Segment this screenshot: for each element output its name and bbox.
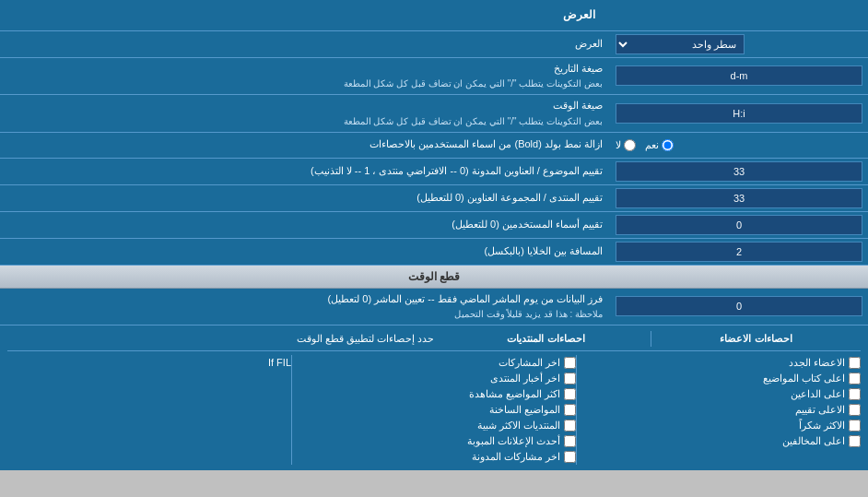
stat-most-similar-checkbox[interactable] <box>564 420 576 432</box>
topic-sort-input[interactable] <box>616 161 862 182</box>
stat-most-thanks-checkbox[interactable] <box>849 420 861 432</box>
if-fil-text: If FIL <box>268 357 291 368</box>
stats-limit-row: احصاءات الاعضاء احصاءات المنتديات حدد إح… <box>7 331 861 351</box>
topic-sort-label: تقييم الموضوع / العناوين المدونة (0 -- ا… <box>0 160 610 182</box>
stat-latest-classifieds-label: أحدث الإعلانات المبوبة <box>467 435 560 447</box>
page-title: العرض <box>7 4 603 27</box>
cell-spacing-input-cell <box>610 239 868 265</box>
time-cutoff-row: فرز البيانات من يوم الماشر الماضي فقط --… <box>0 289 868 325</box>
stat-latest-classifieds-checkbox[interactable] <box>564 435 576 447</box>
cell-spacing-row: المسافة بين الخلايا (بالبكسل) <box>0 239 868 266</box>
topic-sort-row: تقييم الموضوع / العناوين المدونة (0 -- ا… <box>0 159 868 185</box>
forum-sort-label: تقييم المنتدى / المجموعة العناوين (0 للت… <box>0 187 610 208</box>
bold-no-text: لا <box>616 139 621 151</box>
stat-top-authors-label: اعلى كتاب المواضيع <box>763 373 845 385</box>
main-container: العرض سطر واحد سطرين ثلاثة أسطر العرض صي… <box>0 0 868 470</box>
date-format-row: صيغة التاريخ بعض التكوينات يتطلب "/" الت… <box>0 58 868 95</box>
stat-forum-news-checkbox[interactable] <box>564 373 576 385</box>
bold-no-radio[interactable] <box>624 139 636 151</box>
stat-most-viewed-checkbox[interactable] <box>564 388 576 400</box>
display-mode-input-cell: سطر واحد سطرين ثلاثة أسطر <box>610 31 868 57</box>
stat-blog-posts: اخر مشاركات المدونة <box>292 449 576 465</box>
stat-most-warnings-checkbox[interactable] <box>849 435 861 447</box>
stat-blog-posts-label: اخر مشاركات المدونة <box>472 451 560 463</box>
display-mode-label: العرض <box>0 33 610 54</box>
stat-most-thanks: الاكثر شكراً <box>577 418 861 433</box>
stat-new-members-label: الاعضاء الجدد <box>789 357 845 369</box>
cell-spacing-label: المسافة بين الخلايا (بالبكسل) <box>0 241 610 262</box>
stat-most-viewed: اكثر المواضيع مشاهدة <box>292 386 576 402</box>
stat-forum-news-label: اخر أخبار المنتدى <box>490 373 560 385</box>
date-format-label: صيغة التاريخ بعض التكوينات يتطلب "/" الت… <box>0 58 610 94</box>
stat-hot-topics-checkbox[interactable] <box>564 404 576 416</box>
stat-top-posters: اعلى الداعين <box>577 386 861 402</box>
stat-blog-posts-checkbox[interactable] <box>564 451 576 463</box>
stats-section: احصاءات الاعضاء احصاءات المنتديات حدد إح… <box>0 325 868 470</box>
stat-last-posts-checkbox[interactable] <box>564 357 576 369</box>
bold-yes-label[interactable]: نعم <box>645 139 674 151</box>
stat-top-rated-checkbox[interactable] <box>849 404 861 416</box>
forum-sort-row: تقييم المنتدى / المجموعة العناوين (0 للت… <box>0 185 868 212</box>
stat-top-posters-checkbox[interactable] <box>849 388 861 400</box>
bold-remove-label: ازالة نمط بولد (Bold) من اسماء المستخدمي… <box>0 134 610 155</box>
display-mode-row: سطر واحد سطرين ثلاثة أسطر العرض <box>0 31 868 58</box>
time-format-row: صيغة الوقت بعض التكوينات يتطلب "/" التي … <box>0 95 868 132</box>
user-sort-input-cell <box>610 212 868 238</box>
bold-remove-input-cell: نعم لا <box>610 136 868 154</box>
stat-new-members-checkbox[interactable] <box>849 357 861 369</box>
stats-members-header: احصاءات الاعضاء <box>651 331 861 347</box>
date-format-input[interactable] <box>616 65 862 86</box>
date-format-input-cell <box>610 63 868 89</box>
stat-most-similar: المنتديات الاكثر شبية <box>292 418 576 433</box>
bold-yes-radio[interactable] <box>662 139 674 151</box>
user-sort-label: تقييم أسماء المستخدمين (0 للتعطيل) <box>0 214 610 235</box>
stats-limit-label: حدد إحصاءات لتطبيق قطع الوقت <box>7 331 441 347</box>
stat-most-viewed-label: اكثر المواضيع مشاهدة <box>469 388 560 400</box>
time-cutoff-label: فرز البيانات من يوم الماشر الماضي فقط --… <box>0 289 610 325</box>
stat-last-posts: اخر المشاركات <box>292 355 576 371</box>
stat-most-warnings: اعلى المخالفين <box>577 433 861 449</box>
time-cutoff-section-header: قطع الوقت <box>0 266 868 289</box>
bold-remove-row: نعم لا ازالة نمط بولد (Bold) من اسماء ال… <box>0 133 868 159</box>
display-mode-select[interactable]: سطر واحد سطرين ثلاثة أسطر <box>616 34 745 54</box>
stat-hot-topics: المواضيع الساخنة <box>292 402 576 418</box>
forum-sort-input-cell <box>610 185 868 211</box>
stat-hot-topics-label: المواضيع الساخنة <box>489 404 560 416</box>
bold-no-label[interactable]: لا <box>616 139 636 151</box>
title-row: العرض <box>0 0 868 31</box>
stat-forum-news: اخر أخبار المنتدى <box>292 371 576 386</box>
stat-most-similar-label: المنتديات الاكثر شبية <box>477 420 560 432</box>
cell-spacing-input[interactable] <box>616 242 862 262</box>
stat-top-rated: الاعلى تقييم <box>577 402 861 418</box>
user-sort-row: تقييم أسماء المستخدمين (0 للتعطيل) <box>0 212 868 239</box>
forum-sort-input[interactable] <box>616 188 862 208</box>
time-cutoff-input[interactable] <box>616 296 862 316</box>
time-format-input-cell <box>610 101 868 126</box>
user-sort-input[interactable] <box>616 215 862 235</box>
stat-latest-classifieds: أحدث الإعلانات المبوبة <box>292 433 576 449</box>
if-fil-item: If FIL <box>7 355 291 370</box>
bold-radio-group: نعم لا <box>616 139 674 151</box>
stat-top-authors: اعلى كتاب المواضيع <box>577 371 861 386</box>
stats-columns-headers: احصاءات الاعضاء احصاءات المنتديات <box>441 331 861 347</box>
stats-right-col: If FIL <box>7 355 291 465</box>
bold-yes-text: نعم <box>645 139 659 151</box>
time-format-input[interactable] <box>616 103 862 124</box>
stat-top-posters-label: اعلى الداعين <box>791 388 845 400</box>
stat-top-authors-checkbox[interactable] <box>849 373 861 385</box>
stat-last-posts-label: اخر المشاركات <box>499 357 560 369</box>
time-format-label: صيغة الوقت بعض التكوينات يتطلب "/" التي … <box>0 95 610 131</box>
stats-forums-col: اخر المشاركات اخر أخبار المنتدى اكثر الم… <box>291 355 576 465</box>
stat-most-thanks-label: الاكثر شكراً <box>799 420 845 432</box>
stats-forums-header: احصاءات المنتديات <box>441 331 651 347</box>
time-cutoff-input-cell <box>610 293 868 319</box>
stats-members-col: الاعضاء الجدد اعلى كتاب المواضيع اعلى ال… <box>576 355 861 465</box>
stat-most-warnings-label: اعلى المخالفين <box>782 435 845 447</box>
topic-sort-input-cell <box>610 159 868 184</box>
stat-top-rated-label: الاعلى تقييم <box>795 404 845 416</box>
stat-new-members: الاعضاء الجدد <box>577 355 861 371</box>
stats-items-container: الاعضاء الجدد اعلى كتاب المواضيع اعلى ال… <box>7 355 861 465</box>
